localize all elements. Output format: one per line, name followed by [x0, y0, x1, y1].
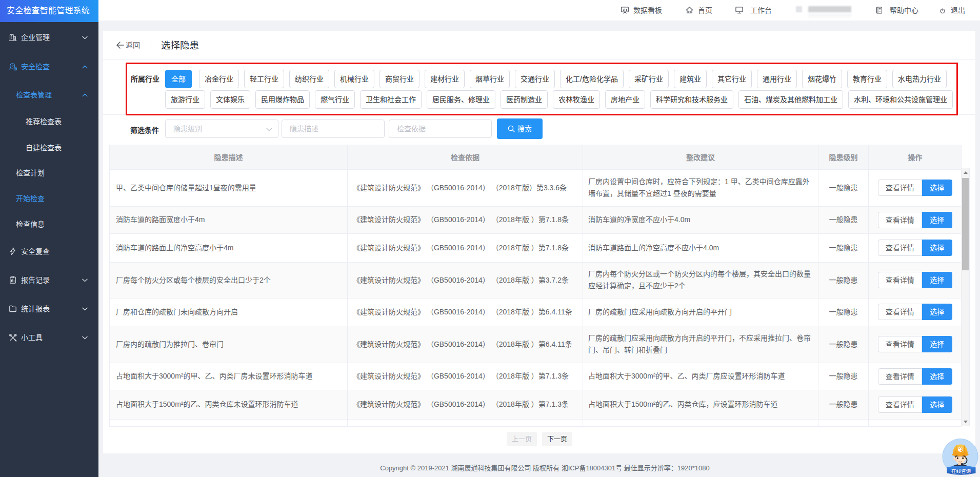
svg-text:?: ? [11, 64, 14, 68]
